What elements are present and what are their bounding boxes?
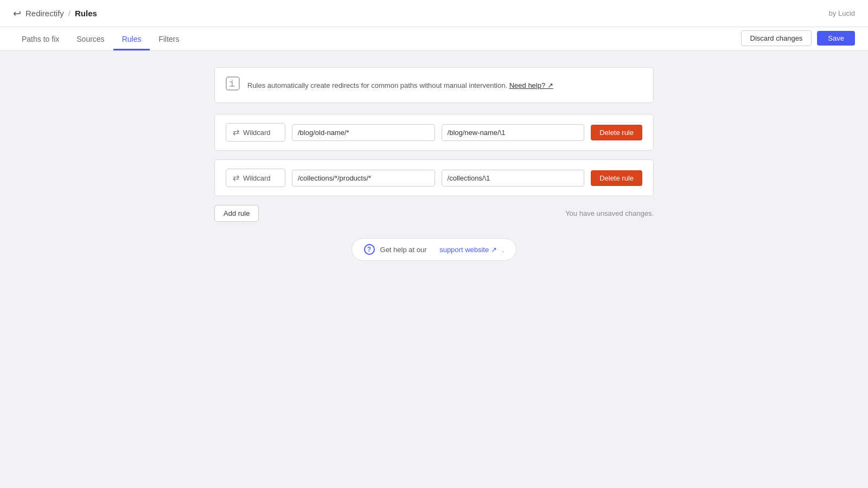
svg-rect-0	[226, 77, 239, 90]
help-text-after: .	[502, 246, 505, 254]
wildcard-icon-1: ⇄	[233, 127, 240, 137]
topbar: ↩ Redirectify / Rules by Lucid	[0, 0, 868, 27]
help-text-before: Get help at our	[380, 246, 427, 254]
tab-paths-to-fix[interactable]: Paths to fix	[13, 27, 68, 50]
delete-rule-button-1[interactable]: Delete rule	[591, 125, 642, 140]
rule-card-2: ⇄ Wildcard Delete rule	[214, 159, 654, 196]
breadcrumb-separator: /	[68, 9, 71, 18]
nav-tabs: Paths to fix Sources Rules Filters Disca…	[0, 27, 868, 51]
help-footer: ? Get help at our support website ↗ .	[214, 238, 654, 261]
page-title: Rules	[75, 9, 97, 18]
save-button[interactable]: Save	[817, 31, 855, 46]
rule-source-input-1[interactable]	[292, 124, 435, 141]
rule-type-button-2[interactable]: ⇄ Wildcard	[226, 169, 285, 187]
unsaved-message: You have unsaved changes.	[565, 209, 654, 217]
topbar-right: by Lucid	[829, 9, 855, 17]
nav-tabs-right: Discard changes Save	[741, 30, 855, 50]
rule-type-button-1[interactable]: ⇄ Wildcard	[226, 123, 285, 142]
discard-changes-button[interactable]: Discard changes	[741, 30, 812, 46]
tab-filters[interactable]: Filters	[150, 27, 188, 50]
app-name[interactable]: Redirectify	[25, 9, 64, 18]
rule-destination-input-2[interactable]	[442, 170, 585, 187]
by-label: by Lucid	[829, 9, 855, 17]
rule-destination-input-1[interactable]	[442, 124, 585, 141]
info-banner: Rules automatically create redirects for…	[214, 67, 654, 103]
add-rule-button[interactable]: Add rule	[214, 205, 259, 222]
add-rule-row: Add rule You have unsaved changes.	[214, 205, 654, 222]
help-pill: ? Get help at our support website ↗ .	[352, 238, 517, 261]
topbar-left: ↩ Redirectify / Rules	[13, 8, 97, 20]
help-link[interactable]: Need help? ↗	[509, 81, 553, 89]
info-banner-text: Rules automatically create redirects for…	[247, 81, 553, 89]
nav-tabs-left: Paths to fix Sources Rules Filters	[13, 27, 188, 50]
main-content: Rules automatically create redirects for…	[198, 51, 670, 277]
tab-sources[interactable]: Sources	[68, 27, 113, 50]
tab-rules[interactable]: Rules	[113, 27, 150, 50]
rule-card-1: ⇄ Wildcard Delete rule	[214, 114, 654, 151]
help-circle-icon: ?	[364, 244, 375, 255]
info-banner-icon	[226, 76, 240, 94]
support-website-link[interactable]: support website ↗	[439, 246, 497, 254]
svg-point-1	[232, 80, 233, 81]
wildcard-icon-2: ⇄	[233, 173, 240, 183]
rule-source-input-2[interactable]	[292, 170, 435, 187]
delete-rule-button-2[interactable]: Delete rule	[591, 170, 642, 186]
back-icon: ↩	[13, 8, 21, 20]
